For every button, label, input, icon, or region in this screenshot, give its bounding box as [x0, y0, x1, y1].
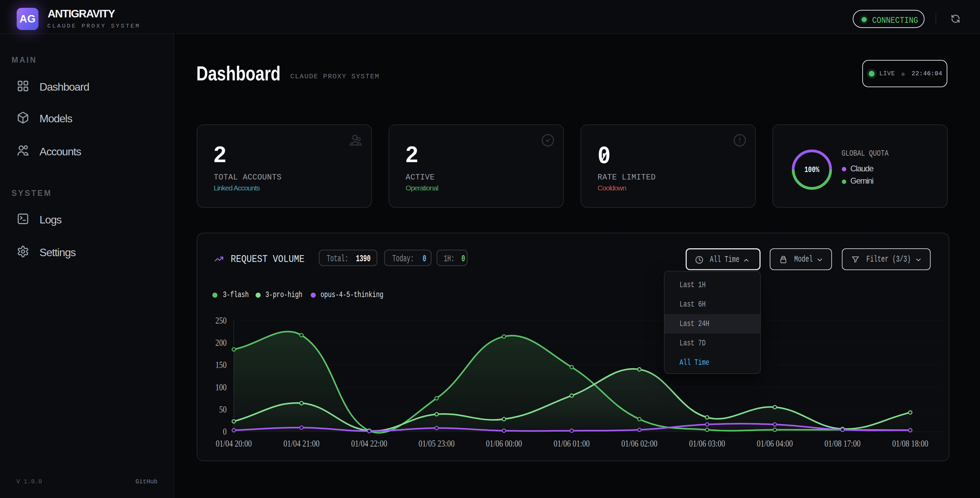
svg-text:01/06 02:00: 01/06 02:00	[621, 438, 657, 449]
svg-text:01/06 01:00: 01/06 01:00	[554, 438, 590, 449]
svg-text:01/04 22:00: 01/04 22:00	[351, 438, 387, 449]
svg-text:200: 200	[215, 338, 227, 348]
svg-text:01/06 04:00: 01/06 04:00	[757, 438, 793, 449]
svg-text:01/05 23:00: 01/05 23:00	[418, 438, 455, 449]
svg-text:50: 50	[219, 404, 227, 415]
svg-text:01/04 20:00: 01/04 20:00	[216, 438, 252, 449]
svg-text:01/06 00:00: 01/06 00:00	[486, 438, 522, 449]
svg-text:0: 0	[223, 426, 227, 437]
svg-text:150: 150	[215, 360, 227, 370]
svg-text:250: 250	[215, 315, 227, 326]
svg-text:01/08 17:00: 01/08 17:00	[824, 438, 861, 449]
svg-text:01/08 18:00: 01/08 18:00	[892, 438, 928, 449]
svg-text:01/06 03:00: 01/06 03:00	[689, 438, 725, 449]
svg-text:100: 100	[215, 382, 227, 393]
svg-text:01/04 21:00: 01/04 21:00	[283, 438, 320, 449]
